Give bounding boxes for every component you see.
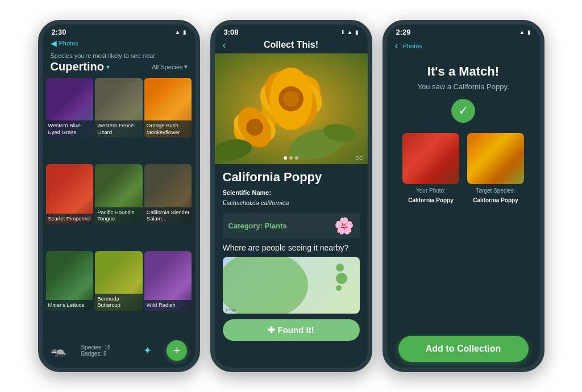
status-time-3: 2:29	[396, 28, 411, 36]
your-photo-sublabel: California Poppy	[408, 197, 453, 203]
photos-row: Your Photo: California Poppy Target Spec…	[402, 133, 524, 203]
sci-name-label: Scientific Name:	[223, 189, 272, 196]
dot-3	[295, 156, 298, 160]
battery-icon: ▮	[183, 29, 186, 35]
phone-3: 2:29 ▲ ▮ ‹ Photos It's a Match! You saw …	[383, 20, 544, 372]
match-title: It's a Match!	[427, 64, 499, 79]
species-label-8: Wild Radish	[144, 300, 192, 310]
phone1-header: Species you're most likely to see near: …	[43, 50, 196, 78]
species-cell-7[interactable]: Bermuda Buttercup	[95, 251, 143, 311]
species-cell-3[interactable]: Scarlet Pimpernel	[46, 164, 94, 224]
location-container[interactable]: Cupertino ▾	[51, 60, 110, 73]
species-label-7: Bermuda Buttercup	[95, 294, 143, 311]
sparkles-icon: ✦	[143, 344, 152, 357]
map-dot-1	[336, 264, 344, 272]
target-photo-sublabel: California Poppy	[473, 197, 518, 203]
scientific-name-block: Scientific Name: Eschscholzia californic…	[223, 187, 360, 207]
cc-badge: CC	[356, 155, 363, 161]
subtitle-text: Species you're most likely to see near:	[51, 52, 188, 59]
status-time-2: 3:08	[224, 28, 239, 36]
svg-point-6	[283, 91, 299, 107]
add-to-collection-button[interactable]: Add to Collection	[398, 336, 529, 362]
back-label-1: Photos	[59, 40, 78, 47]
species-label-2: Orange Bush Monkeyflower	[144, 120, 192, 137]
phone3-content: It's a Match! You saw a California Poppy…	[387, 55, 540, 368]
phone2-body: California Poppy Scientific Name: Eschsc…	[215, 164, 368, 368]
filter-dropdown-icon: ▾	[184, 63, 188, 70]
phone3-header: ‹ Photos	[387, 39, 540, 55]
status-bar-1: 2:30 ▲ ▮	[43, 24, 196, 39]
poppy-svg	[215, 53, 368, 164]
flower-hero-image: CC	[215, 53, 368, 164]
status-time-1: 2:30	[52, 28, 66, 36]
target-photo-label: Target Species:	[476, 187, 516, 194]
filter-label: All Species	[152, 64, 182, 70]
battery-icon-2: ▮	[355, 29, 359, 35]
match-subtitle: You saw a California Poppy.	[417, 82, 509, 91]
phone2-header: ‹ Collect This!	[215, 39, 368, 53]
status-bar-3: 2:29 ▲ ▮	[387, 24, 540, 39]
species-cell-0[interactable]: Western Blue-Eyed Grass	[46, 78, 94, 137]
species-cell-1[interactable]: Western Fence Lizard	[95, 78, 143, 137]
species-count: Species: 16	[81, 344, 110, 351]
species-grid: Western Blue-Eyed Grass Western Fence Li…	[43, 78, 196, 336]
filter-dropdown[interactable]: All Species ▾	[152, 63, 187, 70]
back-arrow-1: ◀	[51, 39, 57, 48]
category-text: Category: Plants	[228, 222, 287, 230]
svg-point-10	[246, 119, 263, 136]
species-cell-4[interactable]: Pacific Hound's Tongue	[95, 164, 143, 224]
species-cell-2[interactable]: Orange Bush Monkeyflower	[144, 78, 192, 137]
wifi-icon-2: ▲	[347, 29, 353, 35]
phone1-content: Species you're most likely to see near: …	[43, 50, 196, 368]
stats-container: Species: 16 Badges: 8	[81, 344, 110, 357]
your-photo-thumb	[402, 133, 459, 184]
species-label-4: Pacific Hound's Tongue	[95, 207, 143, 224]
species-label-0: Western Blue-Eyed Grass	[46, 120, 94, 137]
species-label-6: Miner's Lettuce	[46, 300, 94, 310]
phone-1: 2:30 ▲ ▮ ◀ Photos Species you're most li…	[38, 20, 200, 372]
match-check-icon: ✓	[451, 99, 475, 123]
species-cell-5[interactable]: California Slender Salam...	[144, 164, 192, 224]
where-seeing-heading: Where are people seeing it nearby?	[223, 243, 360, 252]
phone-2: 3:08 ⬆ ▲ ▮ ‹ Collect This!	[210, 20, 372, 372]
phone2-title: Collect This!	[264, 40, 318, 50]
species-cell-8[interactable]: Wild Radish	[144, 251, 192, 311]
your-photo-card: Your Photo: California Poppy	[402, 133, 459, 203]
back-nav-1[interactable]: ◀ Photos	[43, 39, 196, 50]
dot-2	[289, 156, 293, 160]
species-label-5: California Slender Salam...	[144, 207, 192, 224]
image-pagination-dots	[284, 156, 298, 160]
screenshot-container: 2:30 ▲ ▮ ◀ Photos Species you're most li…	[0, 0, 582, 392]
category-bar: Category: Plants 🌸	[223, 213, 360, 239]
map-density-blob	[223, 257, 308, 314]
location-name: Cupertino	[51, 60, 104, 73]
species-label-3: Scarlet Pimpernel	[46, 214, 94, 224]
target-photo-card: Target Species: California Poppy	[467, 133, 524, 203]
wifi-icon: ▲	[175, 29, 181, 35]
map-preview: Legal	[223, 257, 360, 314]
location-dropdown-icon: ▾	[106, 63, 110, 71]
dot-1	[284, 156, 287, 160]
map-legal: Legal	[226, 308, 236, 312]
your-photo-label: Your Photo:	[416, 187, 446, 194]
back-label-3: Photos	[403, 43, 422, 49]
battery-icon-3: ▮	[527, 29, 531, 35]
map-dots	[335, 262, 348, 292]
location-row: Cupertino ▾ All Species ▾	[51, 60, 188, 73]
back-button-3[interactable]: ‹	[395, 40, 398, 52]
found-it-button[interactable]: ✚ Found It!	[223, 319, 360, 341]
add-button[interactable]: +	[167, 340, 187, 361]
map-dot-2	[336, 273, 347, 284]
sci-name-value: Eschscholzia californica	[223, 199, 289, 206]
species-cell-6[interactable]: Miner's Lettuce	[46, 251, 94, 311]
mascot-icon: 🦡	[51, 343, 66, 358]
status-icons-3: ▲ ▮	[519, 29, 531, 35]
species-common-name: California Poppy	[223, 170, 360, 185]
back-button-2[interactable]: ‹	[223, 39, 226, 51]
plant-icon: 🌸	[334, 216, 354, 235]
location-icon-status: ⬆	[340, 29, 345, 35]
species-label-1: Western Fence Lizard	[95, 120, 143, 137]
wifi-icon-3: ▲	[519, 29, 525, 35]
status-bar-2: 3:08 ⬆ ▲ ▮	[215, 24, 368, 39]
badges-count: Badges: 8	[81, 351, 110, 357]
